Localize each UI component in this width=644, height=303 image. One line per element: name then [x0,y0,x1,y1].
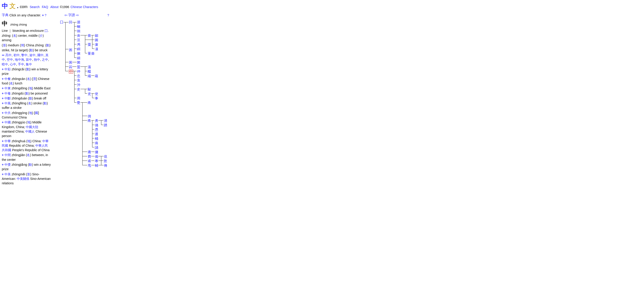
pos-tag-link[interactable]: 動 [26,67,30,71]
tree-node-char[interactable]: 憝 [104,159,107,163]
tree-node-char[interactable]: 傭 [95,150,98,154]
tree-node-char[interactable]: 細 [77,56,80,60]
compound-link[interactable]: 地中海 [15,58,24,61]
pos-tag-link[interactable]: 動 [26,92,29,95]
tree-node-char[interactable]: 通 [95,132,98,136]
compound-link[interactable]: 高中 [5,53,12,57]
expand-plus-icon[interactable]: + [2,172,4,176]
expand-plus-icon[interactable]: + [2,163,4,166]
expand-plus-icon[interactable]: + [2,111,4,115]
tree-node-char[interactable]: 費 [88,155,91,158]
compound-link[interactable]: 初中 [14,53,20,57]
expand-plus-icon[interactable]: + [2,92,4,95]
pos-tag-link[interactable]: 國 [35,111,38,115]
tree-node-char[interactable]: 粟 [88,43,91,46]
tree-node-char[interactable]: 凜 [95,47,98,51]
pos-verb-link[interactable]: 動 [46,44,50,47]
chinese-characters-link[interactable]: Chinese Characters [70,5,98,9]
tree-node-char[interactable]: 傳 [104,164,107,167]
tree-node-char[interactable]: 吏 [88,92,91,95]
tree-node-char[interactable]: 嗇 [91,52,94,55]
help-icon[interactable]: ? [45,14,46,17]
tree-node-char[interactable]: 啬 [77,34,80,37]
tree-node-char[interactable]: 困 [69,61,72,64]
entry-subword-link[interactable]: 中國人 [25,130,35,133]
entry-word-link[interactable]: 中華 [4,139,11,143]
pos-tag-link[interactable]: 地 [29,86,32,90]
pos-verb2-link[interactable]: 動 [30,48,33,52]
logo-wen-char[interactable]: 文 [10,2,16,10]
expand-plus-icon[interactable]: + [2,153,4,157]
pos-tag-link[interactable]: 形 [27,172,30,176]
tree-node-char[interactable]: 中 [69,70,73,74]
compound-link[interactable]: 之中 [42,58,48,61]
tree-node-char[interactable]: 衷 [77,79,80,82]
entry-word-link[interactable]: 中毒 [4,92,11,95]
enclosure-char-link[interactable]: 囗 [44,29,48,33]
zidian-link[interactable]: 字典 [2,13,8,17]
compound-link[interactable]: 空中 [7,58,13,61]
tree-node-char[interactable]: 恿 [95,128,98,131]
tree-node-char[interactable]: 溫 [88,65,91,69]
tree-node-char[interactable]: 忠 [77,74,80,78]
tree-node-char[interactable]: 億 [104,155,107,158]
compound-link[interactable]: 當中 [26,58,32,61]
tree-node-char[interactable]: 圖 [95,38,98,42]
tree-node-char[interactable]: 痛 [95,141,98,145]
compound-link[interactable]: 國中 [37,53,44,57]
tree-node-char[interactable]: 輔 [95,164,98,167]
tree-node-char[interactable]: 佣 [88,114,91,118]
entry-word-link[interactable]: 中東 [4,86,11,90]
pos-tag-link[interactable]: 地 [27,121,30,124]
tree-node-char[interactable]: 甬 [88,119,91,122]
pos-tag-link[interactable]: 地 [29,111,32,115]
compound-link[interactable]: 擊中 [21,53,28,57]
help2-icon[interactable]: ? [107,14,109,17]
tree-node-char[interactable]: 亘 [77,38,80,42]
expand-plus-icon[interactable]: + [2,67,4,71]
zipu-link[interactable]: 字譜 [68,13,75,17]
tree-node-char[interactable]: 誦 [95,146,98,149]
expand-plus-icon[interactable]: + [2,139,4,143]
tree-node-char[interactable]: 勇 [95,119,98,122]
pos-tag-link[interactable]: 名 [10,82,13,85]
pos-adj-link[interactable]: 形 [3,44,6,47]
tree-node-char[interactable]: 囚 [69,65,72,69]
compound-link[interactable]: 熱中 [34,58,40,61]
nav-search[interactable]: Search [30,5,40,9]
tree-node-char[interactable]: 囗 [60,20,63,24]
pos-noun-link[interactable]: 名 [13,34,16,37]
tree-node-char[interactable]: 廩 [95,43,98,46]
tree-node-char[interactable]: 專 [95,159,98,163]
tree-node-char[interactable]: 罿 [88,52,91,55]
tree-node-char[interactable]: 甬 [88,101,91,104]
expand-plus-icon[interactable]: + [2,86,4,90]
left-arrow-icon[interactable]: ⇦ [64,13,67,17]
compound-link[interactable]: 途中 [29,53,36,57]
pos-tag-link[interactable]: 名 [28,101,31,105]
tree-node-char[interactable]: 甩 [88,164,91,167]
tree-node-char[interactable]: 縕 [88,74,91,78]
logo-zhong-char[interactable]: 中 [2,2,8,10]
tree-node-char[interactable]: 蛔 [77,25,80,28]
tree-node-char[interactable]: 鄙 [95,34,98,37]
tree-node-char[interactable]: 蘊 [95,74,98,78]
nav-faq[interactable]: FAQ [42,5,48,9]
entry-word-link[interactable]: 中彩 [4,67,11,71]
tree-node-char[interactable]: 駛 [88,88,91,91]
tree-node-char[interactable]: 事 [95,97,98,100]
tree-node-char[interactable]: 㐆 [77,43,80,46]
pos-tag-link[interactable]: 普 [33,77,36,81]
compound-link[interactable]: 心中 [10,63,16,66]
tree-node-char[interactable]: 庸 [88,150,91,154]
entry-word-link[interactable]: 中共 [4,111,11,115]
right-arrow-icon[interactable]: ⇨ [76,13,79,17]
compounds-arrow-icon[interactable]: ⇔ [2,53,5,57]
expand-plus-icon[interactable]: + [2,77,4,81]
pos-simp-link[interactable]: 簡 [21,44,24,47]
tree-node-char[interactable]: 回 [69,20,72,24]
tree-node-char[interactable]: 備 [95,155,98,158]
entry-subword-link[interactable]: 中國大陸 [26,125,38,129]
tree-node-char[interactable]: 眮 [77,47,80,51]
nav-about[interactable]: About [50,5,58,9]
